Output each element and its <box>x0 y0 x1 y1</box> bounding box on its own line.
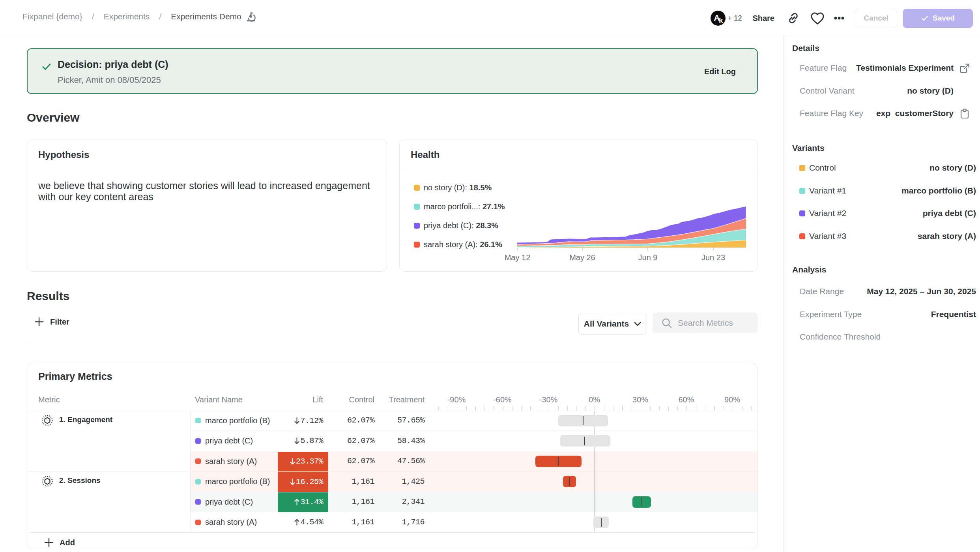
svg-text:Jun 9: Jun 9 <box>638 253 658 262</box>
svg-text:May 12: May 12 <box>505 253 531 262</box>
svg-text:k: k <box>719 16 723 24</box>
svg-text:May 26: May 26 <box>569 253 595 262</box>
svg-text:Jun 23: Jun 23 <box>701 253 725 262</box>
